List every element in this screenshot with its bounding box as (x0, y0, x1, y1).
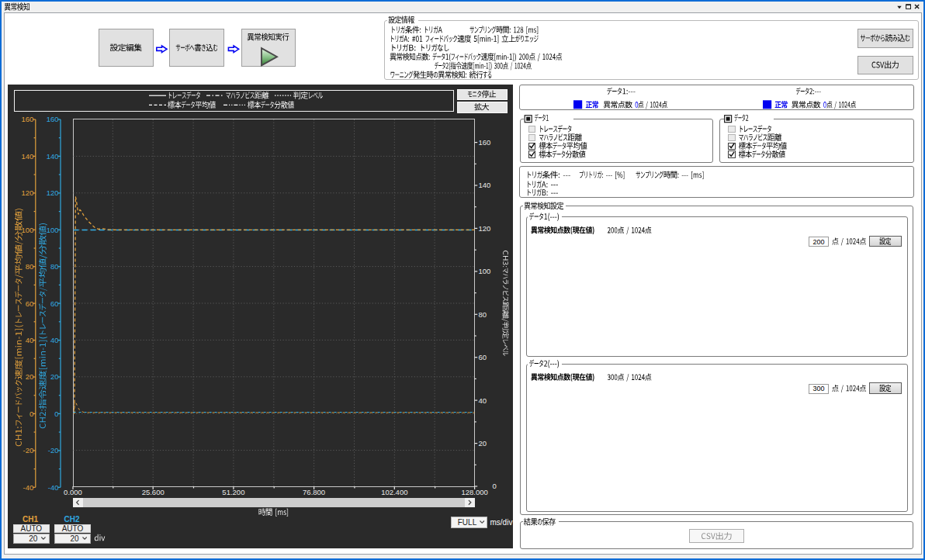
svg-text:120: 120 (479, 224, 491, 233)
svg-text:-20: -20 (23, 446, 34, 455)
svg-text:160: 160 (479, 138, 491, 147)
svg-text:120: 120 (47, 188, 59, 197)
svg-text:100: 100 (479, 267, 491, 275)
svg-text:200: 200 (812, 238, 824, 246)
svg-text:120: 120 (21, 188, 33, 197)
svg-text:160: 160 (47, 115, 59, 123)
svg-text:51.200: 51.200 (222, 488, 244, 496)
svg-text:-40: -40 (48, 483, 59, 492)
svg-text:-40: -40 (23, 483, 34, 492)
svg-text:60: 60 (26, 299, 34, 308)
svg-text:300: 300 (812, 385, 824, 392)
svg-text:CH2: CH2 (64, 515, 79, 524)
svg-text:40: 40 (479, 396, 487, 405)
svg-text:AUTO: AUTO (62, 524, 84, 533)
svg-text:140: 140 (479, 181, 491, 189)
svg-text:140: 140 (21, 152, 33, 161)
svg-text:FULL: FULL (458, 518, 477, 527)
svg-text:ms/div: ms/div (490, 518, 513, 527)
svg-text:20: 20 (29, 534, 38, 543)
svg-text:20: 20 (70, 534, 79, 543)
svg-text:80: 80 (26, 262, 34, 271)
svg-text:60: 60 (50, 299, 59, 308)
svg-text:20: 20 (50, 372, 59, 381)
svg-text:CH1: CH1 (23, 515, 38, 524)
svg-text:76.800: 76.800 (303, 488, 325, 496)
svg-text:0.000: 0.000 (64, 488, 82, 496)
svg-text:140: 140 (47, 152, 59, 161)
svg-text:60: 60 (479, 353, 487, 361)
svg-text:0: 0 (54, 410, 58, 418)
svg-text:160: 160 (21, 115, 33, 123)
svg-text:AUTO: AUTO (20, 524, 42, 533)
svg-text:20: 20 (26, 372, 34, 381)
svg-text:0: 0 (493, 482, 497, 490)
svg-text:-20: -20 (48, 446, 59, 455)
svg-text:102.400: 102.400 (381, 488, 407, 496)
svg-text:128.000: 128.000 (461, 488, 487, 496)
svg-text:40: 40 (26, 336, 34, 344)
svg-text:20: 20 (479, 439, 487, 448)
svg-text:100: 100 (47, 226, 59, 234)
svg-text:0: 0 (29, 410, 33, 418)
svg-text:40: 40 (50, 336, 59, 344)
svg-text:80: 80 (50, 262, 59, 271)
svg-text:100: 100 (21, 226, 33, 234)
svg-text:80: 80 (479, 310, 487, 319)
svg-text:25.600: 25.600 (142, 488, 165, 496)
